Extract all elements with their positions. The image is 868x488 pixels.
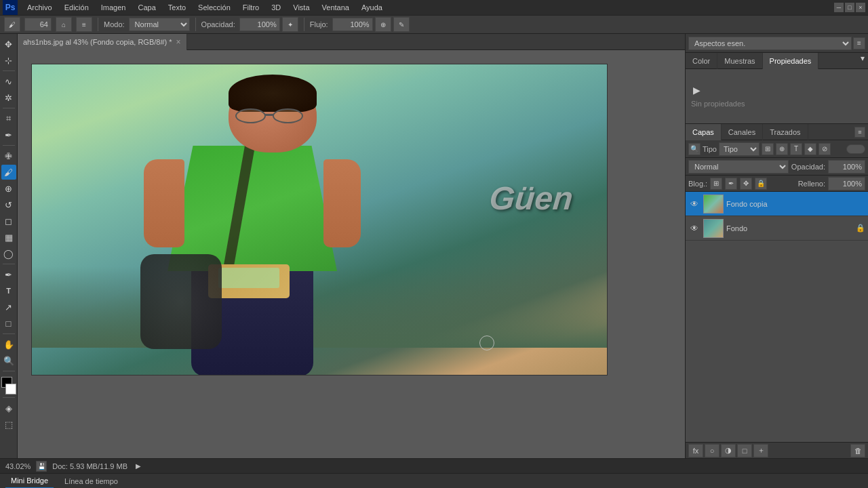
properties-minimize-btn[interactable]: ▾ (857, 53, 868, 64)
brush-preset-btn[interactable]: 🖌 (4, 17, 20, 32)
layer-item-fondo[interactable]: 👁 Fondo 🔒 (686, 216, 868, 241)
lasso-tool[interactable]: ∿ (1, 74, 16, 89)
tool-separator-7 (3, 397, 15, 398)
brush-type-btn[interactable]: ⌂ (56, 17, 72, 32)
zoom-tool[interactable]: 🔍 (1, 353, 16, 368)
aspects-menu-btn[interactable]: ≡ (853, 37, 865, 49)
tab-timeline[interactable]: Línea de tiempo (59, 474, 123, 489)
new-group-btn[interactable]: □ (737, 444, 752, 458)
shape-tool[interactable]: □ (1, 316, 16, 331)
filter-type-select[interactable]: Tipo (719, 142, 760, 156)
add-mask-btn[interactable]: ○ (705, 444, 719, 458)
tab-propiedades[interactable]: Propiedades (763, 53, 819, 69)
move-tool[interactable]: ✥ (1, 37, 16, 52)
menu-vista[interactable]: Vista (288, 2, 315, 13)
delete-layer-btn[interactable]: 🗑 (850, 444, 865, 458)
menu-filtro[interactable]: Filtro (237, 2, 264, 13)
tab-close-btn[interactable]: × (176, 37, 181, 47)
fill-input[interactable] (828, 177, 865, 190)
layers-tabs: Capas Canales Trazados ≡ (686, 124, 868, 140)
opacity-airbrush-btn[interactable]: ✦ (282, 17, 298, 32)
stylus-btn[interactable]: ✎ (393, 17, 410, 32)
menu-edicion[interactable]: Edición (59, 2, 94, 13)
layers-panel-menu[interactable]: ≡ (854, 127, 865, 138)
eraser-tool[interactable]: ◻ (1, 214, 16, 228)
lock-all-btn[interactable]: 🔒 (755, 178, 767, 190)
menu-ventana[interactable]: Ventana (317, 2, 355, 13)
menu-capa[interactable]: Capa (132, 2, 161, 13)
menu-archivo[interactable]: Archivo (22, 2, 58, 13)
filter-pixel-btn[interactable]: ⊞ (762, 143, 774, 155)
tab-color[interactable]: Color (686, 53, 717, 69)
minimize-button[interactable]: ─ (834, 3, 844, 12)
filter-shape-btn[interactable]: ◆ (804, 143, 816, 155)
menu-3d[interactable]: 3D (266, 2, 286, 13)
dodge-tool[interactable]: ◯ (1, 246, 16, 261)
tab-trazados[interactable]: Trazados (763, 124, 808, 140)
mode-select[interactable]: Normal (129, 18, 190, 31)
brush-options-btn[interactable]: ≡ (76, 17, 92, 32)
opacity-input[interactable] (239, 18, 280, 31)
clone-stamp-tool[interactable]: ⊕ (1, 181, 16, 196)
lock-label: Blog.: (688, 180, 707, 188)
status-play-btn[interactable]: ▶ (133, 461, 144, 472)
brush-tool[interactable]: 🖌 (1, 165, 16, 180)
quick-mask-btn[interactable]: ◈ (1, 401, 16, 415)
layer-lock-icon: 🔒 (856, 224, 865, 232)
menu-seleccion[interactable]: Selección (193, 2, 236, 13)
layer-thumb-fondo-copia (703, 195, 724, 214)
filter-smart-btn[interactable]: ⊘ (818, 143, 831, 155)
eyedropper-tool[interactable]: ✒ (1, 127, 16, 142)
color-swatches[interactable] (1, 377, 16, 394)
blend-mode-select[interactable]: Normal (688, 160, 789, 174)
menu-texto[interactable]: Texto (163, 2, 191, 13)
magic-wand-tool[interactable]: ✲ (1, 90, 16, 105)
aspects-bar: Aspectos esen. ≡ (686, 34, 868, 53)
new-layer-btn[interactable]: ＋ (753, 444, 768, 458)
tab-canales[interactable]: Canales (722, 124, 763, 140)
tab-mini-bridge[interactable]: Mini Bridge (5, 474, 54, 489)
add-fx-btn[interactable]: fx (688, 444, 703, 458)
gradient-tool[interactable]: ▦ (1, 230, 16, 245)
filter-adjustment-btn[interactable]: ⊕ (776, 143, 788, 155)
canvas-scroll[interactable]: Güen (18, 50, 685, 458)
path-select-tool[interactable]: ↗ (1, 300, 16, 314)
lock-pixels-btn[interactable]: ⊞ (710, 178, 722, 190)
history-brush-tool[interactable]: ↺ (1, 197, 16, 212)
lock-move-btn[interactable]: ✥ (740, 178, 752, 190)
healing-brush-tool[interactable]: ✙ (1, 148, 16, 163)
hand-tool[interactable]: ✋ (1, 337, 16, 352)
filter-toggle[interactable] (846, 144, 865, 154)
restore-button[interactable]: □ (845, 3, 854, 12)
tab-capas[interactable]: Capas (686, 124, 722, 140)
document-tab[interactable]: ahs1nbs.jpg al 43% (Fondo copia, RGB/8#)… (18, 34, 187, 50)
new-adjustment-btn[interactable]: ◑ (721, 444, 736, 458)
layer-visibility-fondo-copia[interactable]: 👁 (688, 198, 701, 210)
flow-input[interactable] (332, 18, 373, 31)
pen-tool[interactable]: ✒ (1, 267, 16, 282)
opacity-input[interactable] (828, 160, 865, 174)
tab-muestras[interactable]: Muestras (717, 53, 762, 69)
layers-filter-toolbar: 🔍 Tipo Tipo ⊞ ⊕ T ◆ ⊘ (686, 140, 868, 158)
tab-bar: ahs1nbs.jpg al 43% (Fondo copia, RGB/8#)… (18, 34, 685, 50)
aspects-select[interactable]: Aspectos esen. (688, 37, 852, 50)
app-logo: Ps (3, 0, 18, 15)
flow-btn[interactable]: ⊕ (375, 17, 391, 32)
crop-tool[interactable]: ⌗ (1, 111, 16, 126)
background-color[interactable] (5, 384, 16, 394)
text-tool[interactable]: T (1, 283, 16, 298)
close-button[interactable]: × (856, 3, 865, 12)
menu-ayuda[interactable]: Ayuda (356, 2, 388, 13)
layer-item-fondo-copia[interactable]: 👁 Fondo copia (686, 192, 868, 216)
lock-paint-btn[interactable]: ✒ (725, 178, 737, 190)
fill-label: Relleno: (798, 180, 825, 188)
layer-name-fondo: Fondo (726, 224, 853, 232)
layer-visibility-fondo[interactable]: 👁 (688, 222, 701, 235)
marquee-tool[interactable]: ⊹ (1, 53, 16, 68)
filter-type-btn[interactable]: T (790, 143, 802, 155)
status-save-btn[interactable]: 💾 (36, 461, 47, 472)
menu-imagen[interactable]: Imagen (96, 2, 132, 13)
brush-size-input[interactable] (24, 18, 52, 31)
canvas-image[interactable]: Güen (31, 64, 608, 375)
screen-mode-btn[interactable]: ⬚ (1, 417, 16, 432)
